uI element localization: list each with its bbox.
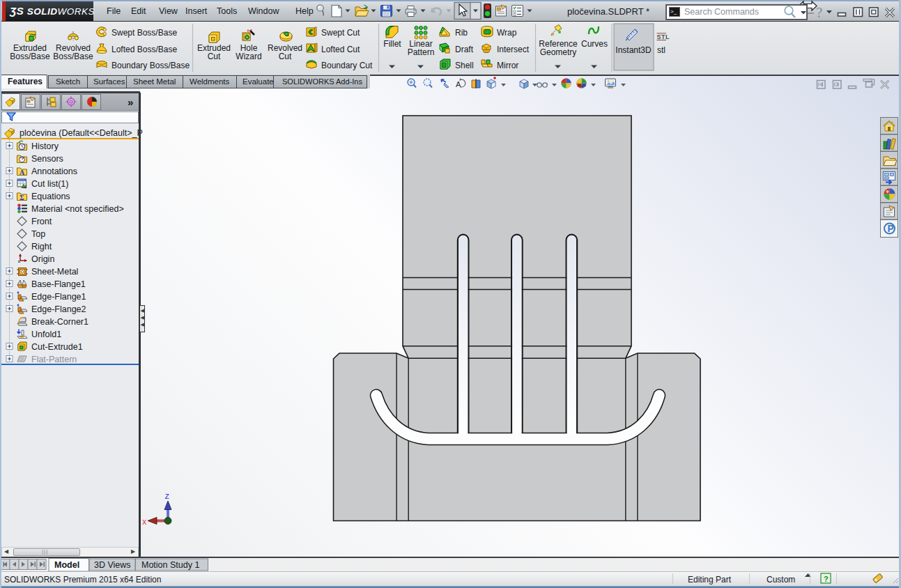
svg-text:Curves: Curves	[581, 39, 608, 49]
svg-text:Wizard: Wizard	[236, 52, 261, 61]
svg-text:Sensors: Sensors	[31, 154, 63, 164]
svg-text:Mirror: Mirror	[497, 61, 518, 70]
svg-text:?: ?	[824, 575, 829, 583]
svg-text:Annotations: Annotations	[31, 167, 77, 176]
svg-text:History: History	[31, 141, 59, 151]
svg-text:Edge-Flange1: Edge-Flange1	[31, 292, 86, 302]
svg-text:Top: Top	[31, 229, 45, 239]
svg-text:Fillet: Fillet	[383, 39, 401, 49]
svg-text:Cut list(1): Cut list(1)	[31, 179, 68, 189]
svg-text:Equations: Equations	[31, 192, 70, 201]
svg-text:?: ?	[816, 4, 822, 21]
svg-text:Material <not specified>: Material <not specified>	[31, 204, 124, 214]
svg-text:Edge-Flange2: Edge-Flange2	[31, 304, 86, 314]
svg-text:Geometry: Geometry	[540, 47, 577, 57]
svg-text:Rib: Rib	[455, 28, 468, 38]
svg-text:Shell: Shell	[455, 61, 474, 70]
svg-text:Lofted Cut: Lofted Cut	[321, 45, 360, 54]
svg-text:Cut: Cut	[208, 52, 221, 61]
svg-text:Draft: Draft	[455, 45, 474, 54]
svg-text:X: X	[142, 518, 147, 527]
svg-text:stl: stl	[657, 45, 665, 55]
svg-text:Z: Z	[165, 493, 169, 501]
svg-text:STL: STL	[657, 33, 670, 40]
svg-text:Unfold1: Unfold1	[31, 330, 61, 339]
svg-text:Cut-Extrude1: Cut-Extrude1	[31, 342, 83, 352]
svg-text:P: P	[888, 223, 894, 234]
svg-text:Front: Front	[31, 217, 52, 226]
svg-text:Cut: Cut	[279, 52, 292, 61]
svg-text:Break-Corner1: Break-Corner1	[31, 317, 88, 327]
svg-text:Base-Flange1: Base-Flange1	[31, 279, 86, 289]
svg-text:Origin: Origin	[31, 254, 54, 264]
svg-text:Intersect: Intersect	[497, 45, 530, 54]
svg-text:3D Views: 3D Views	[94, 560, 131, 570]
svg-text:Instant3D: Instant3D	[615, 45, 652, 55]
svg-text:Flat-Pattern: Flat-Pattern	[31, 355, 77, 364]
svg-text:Model: Model	[54, 560, 79, 570]
svg-text:Σ: Σ	[20, 194, 24, 201]
svg-text:Motion Study 1: Motion Study 1	[141, 560, 199, 570]
svg-text:Swept Cut: Swept Cut	[321, 28, 360, 38]
svg-text:Boundary Cut: Boundary Cut	[321, 61, 373, 70]
svg-text:ED: ED	[485, 29, 491, 34]
svg-text:Pattern: Pattern	[408, 47, 435, 57]
svg-text:Right: Right	[31, 242, 52, 252]
svg-text:Wrap: Wrap	[497, 28, 517, 38]
svg-text:Sheet-Metal: Sheet-Metal	[31, 267, 78, 277]
svg-text:A: A	[20, 169, 25, 176]
